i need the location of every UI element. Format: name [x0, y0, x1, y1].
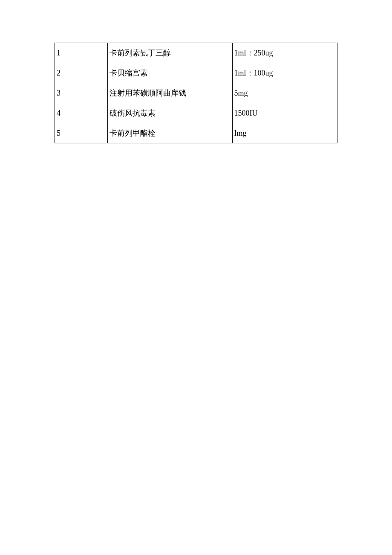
cell-name: 注射用苯磺顺阿曲库钱 — [108, 83, 232, 103]
cell-no: 3 — [55, 83, 108, 103]
table-row: 1 卡前列素氨丁三醇 1ml：250ug — [55, 43, 337, 63]
cell-spec: 1500IU — [232, 103, 337, 123]
table-row: 4 破伤风抗毒素 1500IU — [55, 103, 337, 123]
cell-no: 5 — [55, 123, 108, 143]
table-row: 3 注射用苯磺顺阿曲库钱 5mg — [55, 83, 337, 103]
cell-spec: 1ml：250ug — [232, 43, 337, 63]
cell-spec: 5mg — [232, 83, 337, 103]
cell-name: 卡贝缩宫素 — [108, 63, 232, 83]
drug-table: 1 卡前列素氨丁三醇 1ml：250ug 2 卡贝缩宫素 1ml：100ug 3… — [55, 43, 337, 143]
document-page: 1 卡前列素氨丁三醇 1ml：250ug 2 卡贝缩宫素 1ml：100ug 3… — [0, 0, 392, 143]
cell-no: 4 — [55, 103, 108, 123]
cell-no: 2 — [55, 63, 108, 83]
table-row: 5 卡前列甲酯栓 Img — [55, 123, 337, 143]
cell-no: 1 — [55, 43, 108, 63]
cell-name: 卡前列素氨丁三醇 — [108, 43, 232, 63]
cell-spec: Img — [232, 123, 337, 143]
cell-name: 卡前列甲酯栓 — [108, 123, 232, 143]
table-row: 2 卡贝缩宫素 1ml：100ug — [55, 63, 337, 83]
cell-name: 破伤风抗毒素 — [108, 103, 232, 123]
cell-spec: 1ml：100ug — [232, 63, 337, 83]
